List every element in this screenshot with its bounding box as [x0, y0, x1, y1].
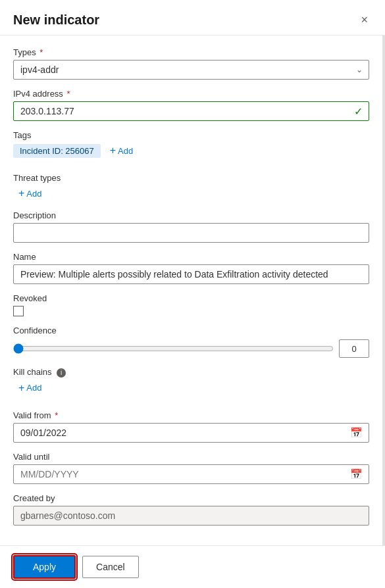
- tags-add-plus-icon: +: [110, 145, 116, 157]
- revoked-row: [13, 306, 369, 316]
- valid-from-required-star: *: [53, 410, 59, 420]
- confidence-value-box[interactable]: [339, 339, 369, 358]
- valid-from-label: Valid from *: [13, 410, 369, 420]
- created-by-label: Created by: [13, 493, 369, 503]
- dialog-body: Types * ipv4-addr ⌄ IPv4 address * ✓ Tag…: [0, 36, 385, 545]
- valid-until-label: Valid until: [13, 452, 369, 462]
- valid-until-date-wrapper: 📅: [13, 464, 369, 484]
- apply-button[interactable]: Apply: [13, 555, 76, 579]
- name-group: Name: [13, 252, 369, 284]
- dialog-title: New indicator: [13, 12, 99, 28]
- ipv4-group: IPv4 address * ✓: [13, 89, 369, 121]
- kill-chains-section: Kill chains i + Add: [13, 367, 369, 396]
- ipv4-input-wrapper: ✓: [13, 101, 369, 121]
- types-required-star: *: [38, 47, 43, 57]
- threat-types-section: Threat types + Add: [13, 173, 369, 201]
- valid-from-group: Valid from * 📅: [13, 410, 369, 443]
- types-select[interactable]: ipv4-addr: [13, 60, 369, 80]
- threat-types-add-plus-icon: +: [18, 187, 24, 199]
- tag-chip-incident: Incident ID: 256067: [13, 144, 101, 158]
- tags-row: Incident ID: 256067 + Add: [13, 143, 369, 159]
- ipv4-input[interactable]: [13, 101, 369, 121]
- kill-chains-add-plus-icon: +: [18, 382, 24, 394]
- threat-types-add-button[interactable]: + Add: [13, 185, 47, 201]
- created-by-input: [13, 506, 369, 526]
- dialog-footer: Apply Cancel: [0, 545, 385, 588]
- valid-from-date-wrapper: 📅: [13, 423, 369, 443]
- kill-chains-label: Kill chains i: [13, 367, 369, 378]
- types-label: Types *: [13, 47, 369, 57]
- types-group: Types * ipv4-addr ⌄: [13, 47, 369, 80]
- confidence-slider[interactable]: [13, 343, 334, 354]
- kill-chains-add-button[interactable]: + Add: [13, 380, 47, 396]
- revoked-group: Revoked: [13, 293, 369, 316]
- cancel-button[interactable]: Cancel: [82, 556, 139, 578]
- slider-row: [13, 339, 369, 358]
- revoked-checkbox[interactable]: [13, 306, 24, 316]
- new-indicator-dialog: New indicator × Types * ipv4-addr ⌄ IPv4…: [0, 0, 385, 588]
- name-input[interactable]: [13, 264, 369, 284]
- close-button[interactable]: ×: [357, 12, 372, 28]
- revoked-label: Revoked: [13, 293, 369, 303]
- types-select-wrapper: ipv4-addr ⌄: [13, 60, 369, 80]
- description-input[interactable]: [13, 223, 369, 243]
- valid-until-group: Valid until 📅: [13, 452, 369, 484]
- created-by-group: Created by: [13, 493, 369, 526]
- description-label: Description: [13, 210, 369, 220]
- tags-add-button[interactable]: + Add: [105, 143, 138, 159]
- name-label: Name: [13, 252, 369, 262]
- kill-chains-info-icon: i: [57, 368, 66, 378]
- description-group: Description: [13, 210, 369, 243]
- tags-group: Tags Incident ID: 256067 + Add: [13, 130, 369, 159]
- ipv4-label: IPv4 address *: [13, 89, 369, 99]
- tags-label: Tags: [13, 130, 369, 140]
- threat-types-label: Threat types: [13, 173, 369, 183]
- valid-from-input[interactable]: [13, 423, 369, 443]
- dialog-header: New indicator ×: [0, 0, 385, 36]
- valid-until-input[interactable]: [13, 464, 369, 484]
- confidence-label: Confidence: [13, 326, 369, 335]
- ipv4-required-star: *: [64, 89, 70, 99]
- confidence-section: Confidence: [13, 326, 369, 358]
- ipv4-valid-icon: ✓: [354, 105, 363, 118]
